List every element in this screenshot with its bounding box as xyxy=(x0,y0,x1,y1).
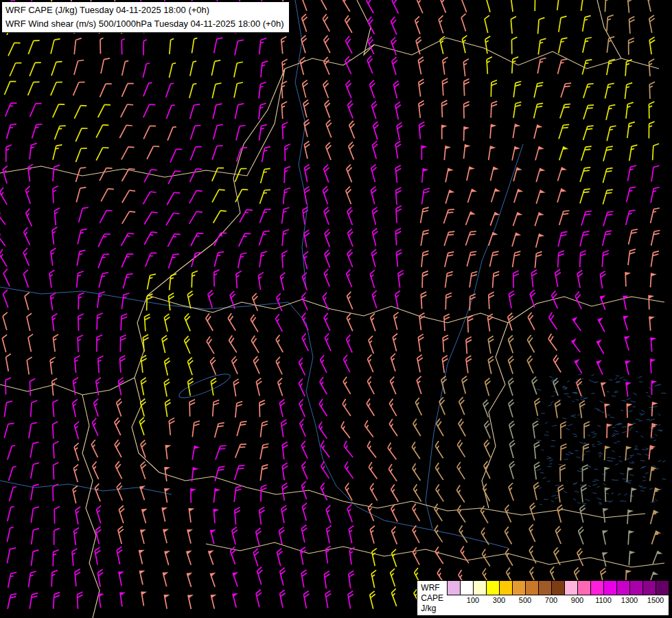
legend-tick: 500 xyxy=(519,596,531,604)
legend-param-label: CAPE xyxy=(421,593,443,604)
legend-color-scale xyxy=(447,581,669,595)
legend-swatch xyxy=(551,581,564,595)
cape-legend: WRF CAPE J/kg 10030050070090011001300150… xyxy=(417,580,669,616)
legend-unit-label: J/kg xyxy=(421,604,443,614)
legend-tick: 700 xyxy=(545,596,557,604)
legend-tick: 900 xyxy=(571,596,583,604)
legend-tick: 1500 xyxy=(647,596,664,604)
wind-barb-map-canvas xyxy=(0,0,672,618)
legend-tick-labels: 100300500700900110013001500 xyxy=(447,595,669,607)
legend-scale-block: 100300500700900110013001500 xyxy=(447,581,669,615)
map-title-line2: WRF Wind shear (m/s) 500/1000hPa Tuesday… xyxy=(5,17,284,31)
map-title-box: WRF CAPE (J/kg) Tuesday 04-11-2025 18:00… xyxy=(1,1,290,33)
legend-swatch xyxy=(590,581,603,595)
legend-swatch xyxy=(486,581,499,595)
legend-tick: 100 xyxy=(467,596,479,604)
legend-model-label: WRF xyxy=(421,583,443,593)
legend-swatch xyxy=(460,581,473,595)
legend-swatch xyxy=(447,581,460,595)
legend-swatch xyxy=(499,581,512,595)
legend-tick: 300 xyxy=(493,596,505,604)
legend-swatch xyxy=(577,581,590,595)
legend-swatch xyxy=(525,581,538,595)
legend-swatch xyxy=(616,581,629,595)
legend-tick: 1300 xyxy=(621,596,638,604)
legend-swatch xyxy=(603,581,616,595)
legend-swatch xyxy=(473,581,486,595)
legend-swatch xyxy=(538,581,551,595)
legend-swatch xyxy=(512,581,525,595)
weather-map-stage: WRF CAPE (J/kg) Tuesday 04-11-2025 18:00… xyxy=(0,0,672,618)
legend-label-block: WRF CAPE J/kg xyxy=(417,581,447,615)
legend-swatch xyxy=(564,581,577,595)
legend-swatch xyxy=(629,581,642,595)
legend-swatch xyxy=(656,581,669,595)
legend-tick: 1100 xyxy=(595,596,612,604)
map-title-line1: WRF CAPE (J/kg) Tuesday 04-11-2025 18:00… xyxy=(5,3,284,17)
legend-swatch xyxy=(642,581,656,595)
